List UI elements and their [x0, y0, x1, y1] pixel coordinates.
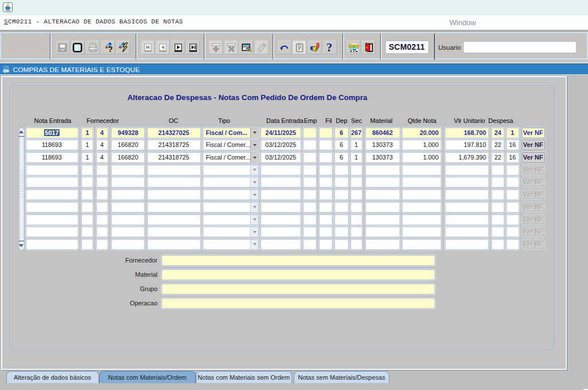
svg-text:Menu: Menu — [349, 42, 360, 48]
svg-text:8: 8 — [316, 42, 319, 49]
svg-text:?: ? — [108, 45, 112, 53]
svg-text:?: ? — [326, 42, 332, 53]
